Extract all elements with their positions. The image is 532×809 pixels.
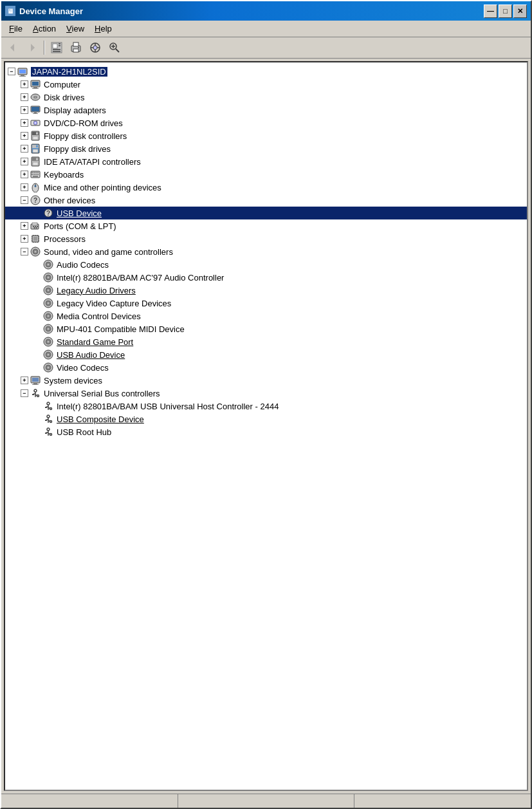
menu-action-label: Action [33, 24, 56, 33]
tree-item-dvd[interactable]: + DVD/CD-ROM drives [5, 116, 527, 129]
menu-file[interactable]: File [4, 22, 28, 35]
menu-action[interactable]: Action [28, 22, 61, 35]
audio-codecs-icon [42, 259, 54, 270]
expand-floppy[interactable]: + [21, 145, 28, 153]
expand-floppy-ctrl[interactable]: + [21, 132, 28, 140]
computer-icon [30, 79, 41, 90]
menu-file-label: File [9, 24, 23, 33]
tree-item-sound[interactable]: − Sound, video and game controllers [5, 245, 527, 258]
tree-item-ports[interactable]: + Ports (COM & LPT) [5, 219, 527, 232]
menu-view[interactable]: View [61, 22, 89, 35]
svg-marker-0 [10, 44, 14, 51]
expand-processors[interactable]: + [21, 235, 28, 243]
tree-item-root[interactable]: − JAPAN-2H1NL2SID [5, 65, 527, 78]
expand-dvd[interactable]: + [21, 119, 28, 127]
update-button[interactable] [86, 39, 104, 56]
expand-ports[interactable]: + [21, 222, 28, 230]
svg-point-129 [37, 395, 39, 397]
svg-point-124 [34, 389, 37, 392]
usb-root-icon [42, 426, 54, 438]
device-tree[interactable]: − JAPAN-2H1NL2SID + [4, 61, 528, 791]
expand-ide[interactable]: + [21, 158, 28, 165]
tree-item-system[interactable]: + System devices [5, 374, 527, 387]
scan-button[interactable] [105, 39, 124, 56]
tree-item-usb-root[interactable]: USB Root Hub [5, 425, 527, 438]
expand-mice[interactable]: + [21, 183, 28, 191]
expand-disk[interactable]: + [21, 93, 28, 101]
tree-item-media-ctrl[interactable]: Media Control Devices [5, 310, 527, 322]
maximize-button[interactable]: □ [499, 5, 512, 18]
no-expand-legacy-audio [33, 286, 41, 294]
minimize-button[interactable]: — [484, 5, 497, 18]
svg-rect-128 [32, 394, 34, 395]
expand-display[interactable]: + [21, 106, 28, 114]
tree-item-legacy-audio[interactable]: Legacy Audio Drivers [5, 284, 527, 297]
svg-point-101 [48, 290, 50, 292]
tree-item-video-codecs[interactable]: Video Codecs [5, 361, 527, 374]
tree-item-computer[interactable]: + Computer [5, 78, 527, 91]
expand-usb-ctrl[interactable]: − [21, 389, 28, 397]
expand-computer[interactable]: + [21, 80, 28, 88]
toolbar [1, 37, 531, 59]
menu-help[interactable]: Help [89, 22, 117, 35]
svg-rect-58 [33, 174, 35, 175]
tree-label-usb-root: USB Root Hub [57, 427, 111, 437]
svg-rect-47 [33, 149, 38, 153]
tree-item-legacy-video[interactable]: Legacy Video Capture Devices [5, 297, 527, 310]
tree-item-disk[interactable]: + Disk drives [5, 91, 527, 104]
tree-label-floppy: Floppy disk drives [44, 144, 111, 154]
tree-item-game-port[interactable]: Standard Game Port [5, 335, 527, 348]
tree-label-keyboards: Keyboards [44, 170, 84, 180]
svg-point-98 [48, 277, 50, 279]
tree-item-processors[interactable]: + Proces [5, 232, 527, 245]
svg-rect-36 [33, 113, 38, 114]
tree-item-mpu401[interactable]: MPU-401 Compatible MIDI Device [5, 322, 527, 335]
tree-item-audio-codecs[interactable]: Audio Codecs [5, 258, 527, 271]
tree-item-keyboards[interactable]: + Keyboards [5, 168, 527, 181]
tree-item-display[interactable]: + Display adapters [5, 104, 527, 116]
expand-keyboards[interactable]: + [21, 171, 28, 178]
no-expand-video-codecs [33, 364, 41, 371]
status-pane-1 [1, 794, 178, 808]
svg-point-73 [37, 226, 38, 227]
tree-label-audio-codecs: Audio Codecs [57, 260, 109, 270]
tree-item-ide[interactable]: + IDE ATA/ATAPI controllers [5, 155, 527, 168]
svg-rect-24 [21, 75, 24, 76]
expand-sound[interactable]: − [21, 248, 28, 256]
svg-rect-27 [32, 82, 39, 86]
tree-item-usb-device[interactable]: ? USB Device [5, 207, 527, 219]
svg-rect-134 [45, 407, 47, 408]
svg-point-107 [48, 315, 50, 317]
tree-label-disk: Disk drives [44, 93, 85, 102]
forward-button[interactable] [23, 39, 41, 56]
tree-item-floppy-ctrl[interactable]: + Floppy disk controllers [5, 129, 527, 142]
back-button[interactable] [4, 39, 22, 56]
tree-label-ports: Ports (COM & LPT) [44, 221, 116, 231]
ide-icon [30, 156, 41, 167]
expand-root[interactable]: − [8, 68, 15, 75]
tree-item-other[interactable]: − ? Other devices [5, 194, 527, 207]
svg-rect-54 [33, 172, 35, 173]
tree-label-ide: IDE ATA/ATAPI controllers [44, 157, 141, 167]
svg-point-135 [50, 408, 52, 410]
expand-system[interactable]: + [21, 377, 28, 384]
tree-item-intel-audio[interactable]: Intel(r) 82801BA/BAM AC'97 Audio Control… [5, 271, 527, 284]
tree-item-intel-usb[interactable]: Intel(r) 82801BA/BAM USB Universal Host … [5, 400, 527, 413]
tree-label-media-ctrl: Media Control Devices [57, 312, 141, 321]
tree-label-usb-device: USB Device [57, 209, 102, 218]
properties-button[interactable] [48, 39, 66, 56]
expand-other[interactable]: − [21, 196, 28, 204]
tree-item-floppy[interactable]: + Floppy disk drives [5, 142, 527, 155]
svg-point-71 [33, 226, 34, 227]
status-bar [1, 794, 531, 808]
tree-label-system: System devices [44, 376, 102, 386]
tree-item-mice[interactable]: + Mice and other pointing devices [5, 181, 527, 194]
tree-item-usb-audio[interactable]: USB Audio Device [5, 348, 527, 361]
close-button[interactable]: ✕ [513, 5, 527, 18]
print-button[interactable] [67, 39, 85, 56]
svg-rect-57 [32, 174, 33, 175]
legacy-video-icon [42, 297, 54, 309]
window-icon: 🖥 [5, 6, 15, 16]
tree-item-usb-composite[interactable]: USB Composite Device [5, 413, 527, 425]
tree-item-usb-ctrl[interactable]: − Universal Serial Bus controllers [5, 387, 527, 400]
